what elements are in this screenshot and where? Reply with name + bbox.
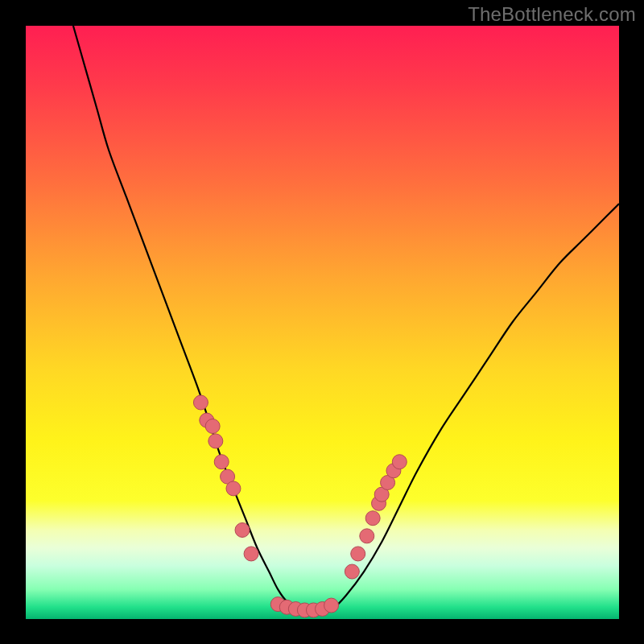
chart-svg [26, 26, 619, 619]
marker-dot [244, 547, 258, 561]
plot-area [26, 26, 619, 619]
bottleneck-curve [73, 26, 619, 610]
marker-dot [365, 511, 380, 526]
marker-dot [351, 547, 365, 561]
marker-dot [392, 455, 407, 469]
marker-dot [214, 455, 229, 469]
watermark-text: TheBottleneck.com [468, 3, 636, 26]
marker-dot [345, 564, 359, 579]
marker-dot [193, 395, 208, 410]
marker-dot [208, 434, 223, 448]
chart-frame: TheBottleneck.com [0, 0, 644, 644]
marker-dot [324, 598, 339, 613]
marker-dot [226, 481, 241, 496]
marker-dot [205, 419, 220, 433]
chart-markers [193, 395, 407, 617]
marker-dot [235, 522, 250, 537]
marker-dot [360, 529, 374, 543]
